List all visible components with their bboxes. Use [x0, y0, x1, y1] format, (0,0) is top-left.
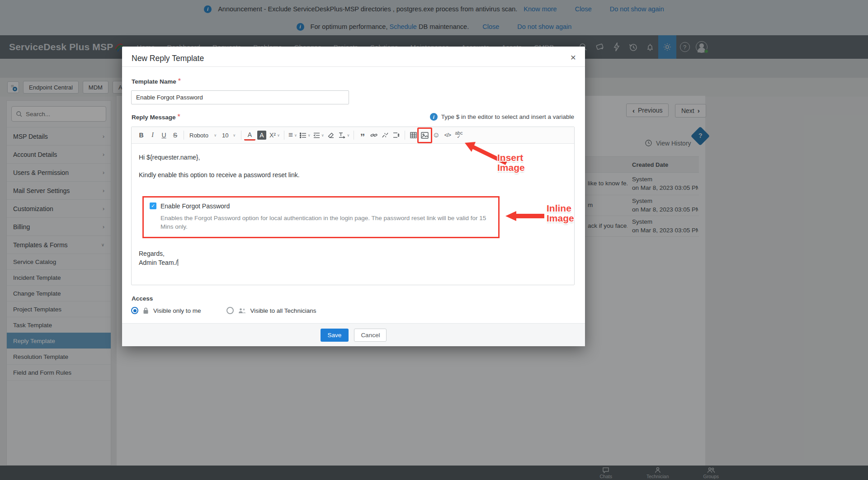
- list-button[interactable]: ∨: [298, 129, 312, 141]
- visible-only-me-label: Visible only to me: [153, 307, 201, 314]
- source-code-button[interactable]: </>: [442, 129, 453, 141]
- page: i Announcement - Exclude ServiceDeskPlus…: [0, 0, 868, 480]
- insert-link-button[interactable]: [368, 129, 379, 141]
- chevron-down-icon: ∨: [214, 133, 217, 137]
- code-icon: </>: [444, 132, 451, 138]
- editor-regards: Regards,: [139, 249, 567, 258]
- image-icon: [421, 132, 429, 139]
- insert-image-button[interactable]: [419, 129, 430, 141]
- editor-signature: Admin Team./: [139, 258, 567, 267]
- text-cursor: [178, 259, 178, 266]
- chevron-down-icon: ∨: [294, 133, 297, 137]
- inline-image-annotation-box: ✓ Enable Forgot Password Enables the For…: [142, 196, 500, 238]
- inline-image-title: Enable Forgot Password: [160, 202, 230, 211]
- line-spacing-button[interactable]: [391, 129, 402, 141]
- chevron-down-icon: ∨: [321, 133, 324, 137]
- technicians-icon: [238, 308, 246, 314]
- text-direction-icon: [338, 132, 346, 138]
- chevron-down-icon: ∨: [347, 133, 350, 137]
- save-button[interactable]: Save: [321, 329, 349, 342]
- modal-title: New Reply Template: [132, 54, 204, 63]
- access-options: Visible only to me Visible to all Techni…: [131, 307, 316, 314]
- variable-hint: i Type $ in the editor to select and ins…: [430, 113, 574, 121]
- underline-button[interactable]: U: [158, 129, 170, 141]
- text-direction-button[interactable]: ∨: [337, 129, 351, 141]
- template-name-input[interactable]: [131, 90, 349, 104]
- eraser-icon: [328, 132, 335, 138]
- link-icon: [370, 132, 377, 138]
- reply-message-label: Reply Message*: [132, 113, 180, 121]
- info-icon: i: [430, 113, 438, 121]
- insert-image-annotation-label: Insert Image: [497, 153, 532, 173]
- bold-button[interactable]: B: [136, 129, 147, 141]
- indent-button[interactable]: ∨: [312, 129, 326, 141]
- highlight-color-button[interactable]: A: [257, 131, 266, 140]
- inline-image-description: Enables the Forgot Password option for l…: [160, 214, 492, 231]
- modal-footer: Save Cancel: [122, 323, 585, 346]
- font-color-button[interactable]: A: [244, 130, 255, 141]
- access-label: Access: [132, 295, 153, 302]
- lock-icon: [143, 307, 149, 314]
- strikethrough-button[interactable]: S: [170, 129, 181, 141]
- unlink-icon: [382, 132, 389, 138]
- bullet-list-icon: [300, 132, 307, 138]
- radio-visible-only-me[interactable]: [131, 307, 138, 314]
- inline-image-annotation-label: Inline Image: [547, 203, 581, 223]
- divider: [122, 66, 585, 67]
- visible-all-technicians-label: Visible to all Technicians: [250, 307, 316, 314]
- close-icon[interactable]: ×: [571, 52, 576, 63]
- radio-visible-all-technicians[interactable]: [226, 307, 234, 314]
- clear-format-button[interactable]: [326, 129, 337, 141]
- unlink-button[interactable]: [379, 129, 391, 141]
- cancel-button[interactable]: Cancel: [354, 329, 387, 342]
- font-size-select[interactable]: 10∨: [219, 129, 238, 141]
- smiley-icon: ☺: [433, 131, 440, 139]
- new-reply-template-modal: New Reply Template × Template Name* Repl…: [122, 47, 585, 346]
- blockquote-button[interactable]: ”: [357, 129, 368, 141]
- emoji-button[interactable]: ☺: [430, 129, 442, 141]
- chevron-down-icon: ∨: [277, 133, 280, 137]
- template-name-label: Template Name*: [132, 77, 181, 85]
- align-button[interactable]: ≡∨: [287, 129, 298, 141]
- indent-icon: [313, 132, 320, 138]
- font-family-select[interactable]: Roboto∨: [187, 129, 219, 141]
- chevron-down-icon: ∨: [233, 133, 236, 137]
- inline-image-arrow: [503, 208, 546, 224]
- italic-button[interactable]: I: [147, 129, 158, 141]
- chevron-down-icon: ∨: [308, 133, 311, 137]
- superscript-button[interactable]: X²∨: [268, 129, 281, 141]
- checkbox-checked-icon[interactable]: ✓: [150, 202, 156, 209]
- table-icon: [410, 132, 417, 138]
- line-spacing-icon: [393, 132, 400, 138]
